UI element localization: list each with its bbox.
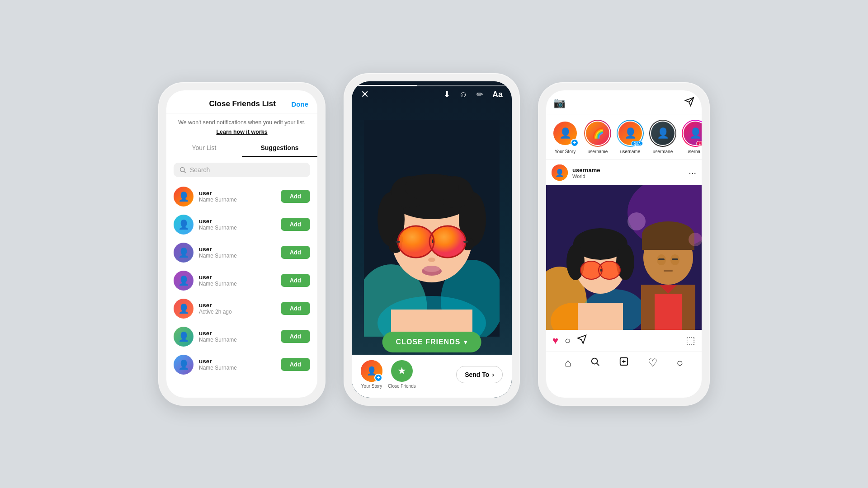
avatar: 👤 [174, 327, 193, 347]
avatar: 👤 [174, 355, 193, 375]
story-label: username [588, 149, 608, 154]
svg-line-65 [597, 363, 599, 366]
svg-point-61 [627, 212, 646, 230]
heart-icon[interactable]: ♥ [552, 335, 558, 347]
close-friends-story-label: Close Friends [388, 384, 416, 389]
svg-rect-51 [655, 294, 682, 330]
tabs: Your List Suggestions [166, 140, 317, 157]
user-name: user [199, 246, 275, 253]
search-placeholder: Search [190, 166, 210, 174]
stories-row: 👤 + Your Story 🌈 username [546, 114, 702, 160]
done-button[interactable]: Done [292, 100, 309, 108]
svg-line-1 [184, 171, 186, 173]
svg-rect-54 [642, 234, 694, 250]
close-friends-header: Close Friends List Done [166, 90, 317, 113]
search-nav-icon[interactable] [590, 357, 600, 369]
svg-rect-58 [672, 258, 678, 260]
notification-text: We won't send notifications when you edi… [166, 113, 317, 129]
user-sub: Name Surname [199, 253, 275, 259]
your-story-bubble[interactable]: 👤 + Your Story [361, 360, 382, 389]
svg-rect-25 [396, 241, 400, 243]
story-illustration-svg [364, 120, 500, 337]
svg-point-29 [424, 266, 440, 272]
svg-point-14 [405, 174, 459, 201]
chevron-down-icon: ▾ [464, 338, 467, 346]
download-icon[interactable]: ⬇ [443, 89, 450, 99]
story-label: usermane [653, 149, 673, 154]
like-nav-icon[interactable]: ♡ [648, 357, 658, 369]
list-item: 👤 user Name Surname Add [172, 351, 312, 379]
phone3-screen: 📷 👤 + Y [546, 90, 702, 398]
user-name: user [199, 274, 275, 281]
user-name: user [199, 190, 275, 197]
live-badge: LIVE [696, 141, 702, 146]
story-ring: 🌈 [584, 120, 611, 147]
draw-icon[interactable]: ✏ [476, 89, 483, 99]
search-bar[interactable]: Search [174, 163, 310, 177]
post-location: World [572, 174, 684, 179]
user-sub: Name Surname [199, 337, 275, 343]
story-progress-fill [356, 85, 417, 86]
phone-story-preview: ✕ ⬇ ☺ ✏ Aa [344, 73, 520, 406]
close-friends-story-bubble[interactable]: ★ Close Friends [388, 360, 416, 389]
send-to-label: Send To [465, 371, 489, 378]
user-sub: Name Surname [199, 365, 275, 371]
user-list: 👤 user Name Surname Add 👤 user Name Surn… [166, 183, 317, 379]
user-name: user [199, 302, 275, 309]
learn-link[interactable]: Learn how it works [166, 129, 317, 135]
send-to-button[interactable]: Send To › [456, 366, 503, 383]
story-illustration [352, 99, 512, 357]
tab-suggestions[interactable]: Suggestions [242, 140, 317, 157]
sticker-icon[interactable]: ☺ [459, 90, 467, 99]
story-bubble[interactable]: 👤 usermane [649, 120, 676, 154]
more-options-icon[interactable]: ··· [689, 168, 696, 178]
send-icon[interactable] [684, 97, 694, 109]
comment-icon[interactable]: ○ [565, 335, 571, 347]
text-icon[interactable]: Aa [492, 90, 503, 99]
phone-instagram-feed: 📷 👤 + Y [538, 82, 710, 406]
profile-nav-icon[interactable]: ○ [677, 357, 684, 369]
story-ring: 👤 [649, 120, 676, 147]
add-button[interactable]: Add [281, 302, 310, 315]
add-button[interactable]: Add [281, 190, 310, 203]
post-actions: ♥ ○ ⬚ [546, 330, 702, 352]
your-story-bubble[interactable]: 👤 + Your Story [552, 120, 579, 154]
phone2-screen: ✕ ⬇ ☺ ✏ Aa [352, 81, 512, 398]
story-tools: ⬇ ☺ ✏ Aa [443, 89, 503, 99]
svg-point-64 [592, 358, 598, 364]
close-friends-story-button[interactable]: CLOSE FRIENDS ▾ [382, 332, 481, 352]
story-bubble[interactable]: 👤 Q&A username [617, 120, 644, 154]
user-sub: Name Surname [199, 197, 275, 203]
list-item: 👤 user Name Surname Add [172, 211, 312, 239]
add-post-icon[interactable] [619, 357, 629, 369]
home-icon[interactable]: ⌂ [565, 357, 571, 369]
story-bubble[interactable]: 👤 LIVE userna... [682, 120, 702, 154]
story-ring: 👤 LIVE [682, 120, 702, 147]
story-ring: 👤 Q&A [617, 120, 644, 147]
svg-rect-57 [658, 258, 665, 260]
story-bubble[interactable]: 🌈 username [584, 120, 611, 154]
phone-close-friends-list: Close Friends List Done We won't send no… [158, 82, 326, 406]
add-button[interactable]: Add [281, 358, 310, 371]
close-icon[interactable]: ✕ [361, 89, 369, 100]
your-story-label: Your Story [361, 384, 382, 389]
camera-icon[interactable]: 📷 [553, 97, 566, 109]
add-story-icon: + [374, 374, 382, 382]
add-button[interactable]: Add [281, 246, 310, 259]
add-button[interactable]: Add [281, 218, 310, 231]
story-label: Your Story [555, 149, 576, 154]
add-button[interactable]: Add [281, 274, 310, 287]
qa-badge: Q&A [631, 141, 643, 146]
bookmark-icon[interactable]: ⬚ [686, 335, 695, 347]
svg-marker-63 [578, 335, 586, 343]
phone1-screen: Close Friends List Done We won't send no… [166, 90, 317, 398]
your-story-ring: 👤 + [552, 120, 579, 147]
list-item: 👤 user Active 2h ago Add [172, 295, 312, 323]
add-button[interactable]: Add [281, 330, 310, 343]
close-friends-icon: ★ [391, 360, 413, 382]
avatar: 👤 [174, 243, 193, 263]
share-icon[interactable] [577, 334, 587, 347]
user-name: user [199, 358, 275, 365]
post-header: 👤 username World ··· [546, 160, 702, 185]
tab-your-list[interactable]: Your List [166, 140, 242, 157]
